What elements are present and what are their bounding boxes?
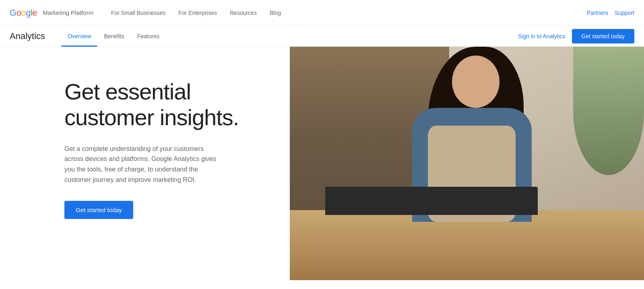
tab-features[interactable]: Features xyxy=(131,26,166,47)
top-navigation: Google Marketing Platform For Small Busi… xyxy=(0,0,644,26)
google-logo: Google xyxy=(10,8,37,18)
support-link[interactable]: Support xyxy=(615,10,634,16)
logo-link[interactable]: Google Marketing Platform xyxy=(10,8,93,18)
sub-nav-links: Overview Benefits Features xyxy=(61,26,518,47)
partners-link[interactable]: Partners xyxy=(587,10,608,16)
laptop-prop xyxy=(325,187,538,215)
hero-image xyxy=(290,47,644,280)
hero-headline: Get essential customer insights. xyxy=(64,79,282,131)
hero-description: Get a complete understanding of your cus… xyxy=(64,144,221,185)
analytics-title: Analytics xyxy=(10,31,45,41)
top-nav-links: For Small Businesses For Enterprises Res… xyxy=(106,6,587,19)
sub-navigation: Analytics Overview Benefits Features Sig… xyxy=(0,26,644,47)
nav-small-businesses[interactable]: For Small Businesses xyxy=(106,6,170,19)
top-nav-right: Partners Support xyxy=(587,10,634,16)
platform-text: Marketing Platform xyxy=(43,9,93,16)
hero-scene xyxy=(290,47,644,280)
nav-enterprises[interactable]: For Enterprises xyxy=(173,6,222,19)
get-started-button[interactable]: Get started today xyxy=(572,29,634,43)
tab-benefits[interactable]: Benefits xyxy=(97,26,131,47)
hero-content: Get essential customer insights. Get a c… xyxy=(0,47,282,251)
nav-resources[interactable]: Resources xyxy=(225,6,262,19)
nav-blog[interactable]: Blog xyxy=(265,6,286,19)
tab-overview[interactable]: Overview xyxy=(61,26,97,47)
hero-section: Get essential customer insights. Get a c… xyxy=(0,47,644,280)
sub-nav-right: Sign in to Analytics Get started today xyxy=(518,29,634,43)
sign-in-link[interactable]: Sign in to Analytics xyxy=(518,33,566,39)
hero-cta-button[interactable]: Get started today xyxy=(64,201,133,219)
